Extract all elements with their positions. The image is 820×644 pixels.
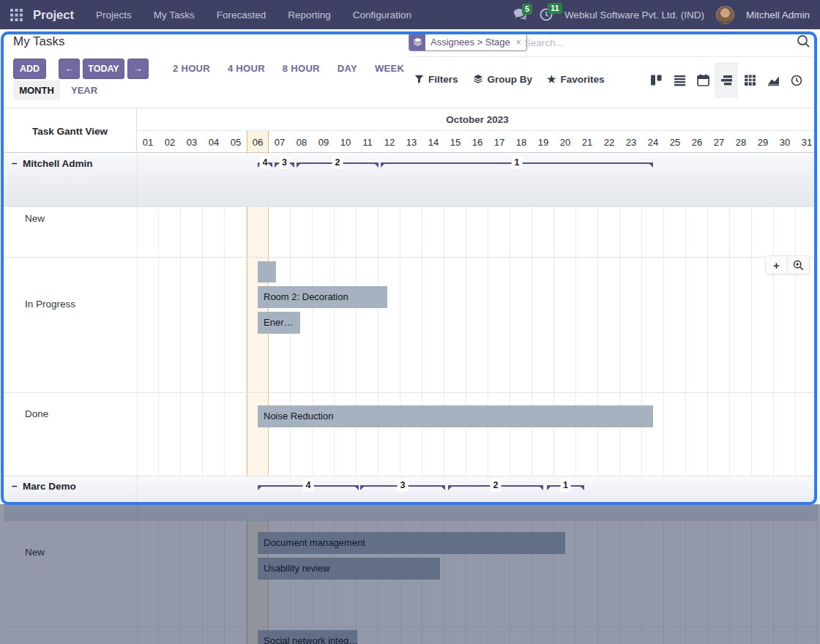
add-button[interactable]: ADD — [13, 59, 46, 79]
navbar-menu-item[interactable]: Configuration — [353, 10, 411, 20]
today-button[interactable]: TODAY — [83, 59, 124, 79]
stage-row-in-progress[interactable] — [4, 258, 818, 393]
day-header-cell[interactable]: 22 — [598, 131, 620, 154]
view-list-icon[interactable] — [668, 62, 691, 98]
task-count: 2 — [332, 157, 343, 169]
day-header-cell[interactable]: 05 — [225, 131, 247, 154]
day-header-cell[interactable]: 02 — [159, 131, 181, 154]
day-header-cell[interactable]: 10 — [335, 131, 357, 154]
gantt-body: − Mitchell Admin 4 3 2 1 New In Progress… — [4, 154, 818, 644]
view-graph-icon[interactable] — [761, 62, 785, 98]
collapse-icon[interactable]: − — [12, 158, 18, 169]
day-header-cell[interactable]: 11 — [357, 131, 379, 154]
collapse-icon[interactable]: − — [12, 481, 18, 492]
filters-button[interactable]: Filters — [414, 74, 458, 85]
day-header-cell[interactable]: 14 — [422, 131, 444, 154]
navbar-menu-item[interactable]: Forecasted — [217, 10, 266, 20]
day-header-cell[interactable]: 06 — [247, 131, 269, 154]
task-count: 3 — [398, 479, 409, 492]
zoom-in-icon[interactable] — [787, 255, 810, 274]
navbar: Project ProjectsMy TasksForecastedReport… — [0, 0, 820, 29]
scale-buttons: 2 HOUR4 HOUR8 HOURDAYWEEK — [173, 63, 404, 74]
favorites-button[interactable]: ★ Favorites — [547, 73, 605, 85]
day-header-cell[interactable]: 28 — [730, 131, 752, 154]
day-header-cell[interactable]: 04 — [203, 131, 225, 154]
scale-button-month-active[interactable]: MONTH — [13, 80, 60, 100]
day-header-cell[interactable]: 16 — [466, 131, 488, 154]
gantt-title: Task Gantt View — [4, 108, 137, 154]
gantt-task-bar[interactable]: Usability review — [258, 558, 440, 580]
app-name[interactable]: Project — [33, 8, 74, 22]
activities-button[interactable]: 11 — [540, 8, 553, 21]
view-pivot-icon[interactable] — [738, 62, 761, 98]
day-header-cell[interactable]: 29 — [752, 131, 774, 154]
day-header-cell[interactable]: 01 — [137, 131, 159, 154]
navbar-menu-item[interactable]: Reporting — [288, 10, 331, 20]
next-arrow-button[interactable]: → — [127, 59, 149, 79]
day-header-cell[interactable]: 12 — [379, 131, 400, 154]
view-gantt-icon-active[interactable] — [715, 62, 738, 98]
day-header-cell[interactable]: 17 — [488, 131, 510, 154]
day-header-cell[interactable]: 25 — [664, 131, 686, 154]
company-name[interactable]: Webkul Software Pvt. Ltd. (IND) — [564, 10, 704, 20]
apps-grid-icon[interactable] — [10, 9, 23, 21]
star-icon: ★ — [547, 73, 556, 85]
stage-row-partial[interactable] — [4, 627, 818, 644]
search-facet: Assignees > Stage × — [409, 33, 527, 51]
messages-button[interactable]: 5 — [514, 9, 528, 21]
expand-button[interactable]: + — [765, 255, 788, 274]
day-header-cell[interactable]: 23 — [620, 131, 642, 154]
day-header-cell[interactable]: 21 — [576, 131, 598, 154]
day-header-cell[interactable]: 27 — [708, 131, 730, 154]
scale-button[interactable]: WEEK — [375, 63, 404, 74]
stage-label-new: New — [25, 213, 45, 224]
day-header-cell[interactable]: 24 — [642, 131, 664, 154]
gantt-task-bar[interactable]: Document management — [258, 532, 565, 554]
scale-button[interactable]: 8 HOUR — [283, 63, 320, 74]
header-border — [4, 152, 818, 153]
gantt-task-bar[interactable]: Ener… — [258, 312, 300, 334]
day-header-cell[interactable]: 20 — [554, 131, 576, 154]
day-header-cell[interactable]: 26 — [686, 131, 708, 154]
gantt-task-bar[interactable]: Social network integ… — [258, 630, 357, 644]
consolidation-bracket: 2 — [448, 485, 543, 487]
scale-button-year[interactable]: YEAR — [71, 85, 97, 96]
prev-arrow-button[interactable]: ← — [59, 59, 80, 79]
day-header-cell[interactable]: 30 — [774, 131, 796, 154]
gantt-task-bar[interactable] — [258, 261, 276, 282]
user-name[interactable]: Mitchell Admin — [746, 10, 810, 20]
scale-button[interactable]: 2 HOUR — [173, 63, 210, 74]
group-header-marc-demo[interactable]: − Marc Demo — [12, 481, 76, 492]
search-icon[interactable] — [797, 34, 810, 51]
consolidation-bracket: 4 — [258, 162, 272, 164]
day-header-cell[interactable]: 31 — [796, 131, 818, 154]
view-kanban-icon[interactable] — [644, 62, 668, 98]
gantt-header: Task Gantt View October 2023 01020304050… — [4, 108, 818, 153]
stage-row-new[interactable] — [4, 207, 818, 258]
view-activity-icon[interactable] — [785, 62, 808, 98]
view-calendar-icon[interactable] — [691, 62, 715, 98]
search-input[interactable] — [524, 34, 780, 51]
day-header-cell[interactable]: 19 — [532, 131, 554, 154]
day-header-cell[interactable]: 03 — [181, 131, 203, 154]
navbar-menu-item[interactable]: My Tasks — [154, 10, 195, 20]
gantt-task-bar[interactable]: Noise Reduction — [258, 405, 653, 427]
navbar-menu-item[interactable]: Projects — [96, 10, 132, 20]
day-header-cell[interactable]: 09 — [313, 131, 335, 154]
consolidation-bracket: 1 — [381, 162, 653, 164]
day-header-cell[interactable]: 18 — [510, 131, 532, 154]
gantt-task-bar[interactable]: Room 2: Decoration — [258, 286, 387, 308]
consolidation-bracket: 1 — [547, 485, 584, 487]
scale-button[interactable]: DAY — [338, 63, 357, 74]
group-by-button[interactable]: Group By — [473, 74, 533, 85]
group-row-marc-demo[interactable] — [4, 476, 818, 521]
scale-button[interactable]: 4 HOUR — [228, 63, 265, 74]
day-header-cell[interactable]: 15 — [444, 131, 466, 154]
day-header-cell[interactable]: 08 — [291, 131, 313, 154]
group-header-mitchell-admin[interactable]: − Mitchell Admin — [12, 158, 92, 169]
user-avatar[interactable] — [716, 6, 734, 24]
task-count: 1 — [512, 157, 523, 169]
search-options: Filters Group By ★ Favorites — [414, 73, 605, 85]
day-header-cell[interactable]: 13 — [400, 131, 422, 154]
day-header-cell[interactable]: 07 — [269, 131, 291, 154]
